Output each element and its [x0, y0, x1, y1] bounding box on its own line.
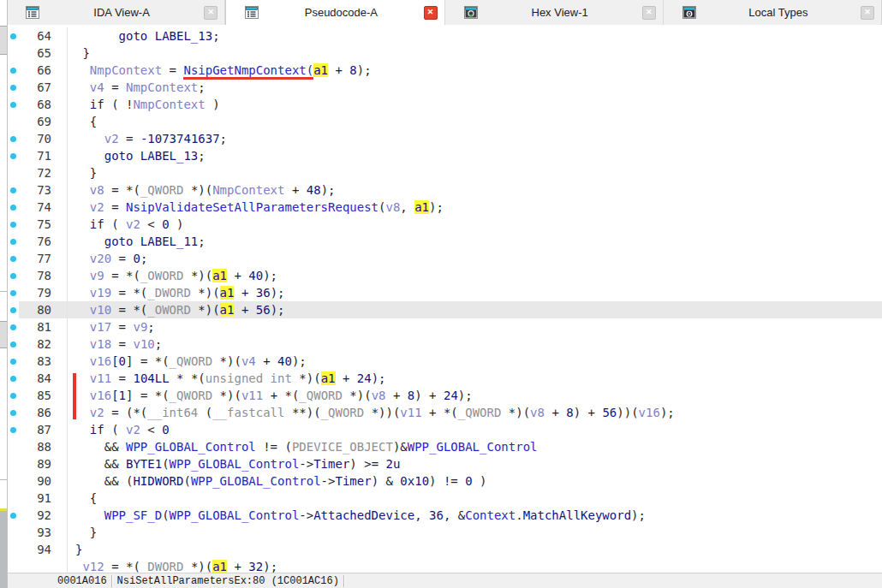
gutter-separator	[51, 507, 68, 524]
address-dot-icon	[10, 410, 16, 416]
address-dot-icon	[10, 324, 16, 330]
code-text[interactable]: if ( !NmpContext )	[68, 96, 882, 113]
gutter-separator	[51, 113, 68, 130]
address-dot-gutter	[7, 490, 19, 507]
code-text[interactable]: v2 = -1073741637;	[68, 130, 882, 147]
status-bar: 0001A016 NsiSetAllParametersEx:80 (1C001…	[0, 573, 882, 588]
code-text[interactable]: v18 = v10;	[68, 336, 882, 353]
address-dot-icon	[10, 136, 16, 142]
tab-hex-view-1[interactable]: Hex View-1✕	[445, 0, 664, 25]
code-text[interactable]: goto LABEL_13;	[68, 27, 882, 45]
address-dot-gutter	[7, 370, 19, 387]
line-number: 76	[19, 233, 51, 250]
status-address: 0001A016	[55, 575, 110, 587]
code-text[interactable]: v16[1] = *(_QWORD *)(v11 + *(_QWORD *)(v…	[68, 387, 882, 404]
code-text[interactable]: v11 = 104LL * *(unsigned int *)(a1 + 24)…	[68, 370, 882, 387]
gutter-separator	[51, 199, 68, 216]
selection-marker-bar	[73, 373, 76, 419]
code-text[interactable]: v8 = *(_QWORD *)(NmpContext + 48);	[68, 181, 882, 199]
code-text[interactable]: goto LABEL_11;	[68, 233, 882, 250]
close-icon[interactable]: ✕	[424, 6, 438, 20]
code-text[interactable]: v12 = *(_DWORD *)(a1 + 32);	[68, 558, 882, 573]
address-dot-gutter	[7, 216, 19, 233]
address-dot-gutter	[7, 558, 19, 573]
gutter-separator	[51, 62, 68, 79]
ida-window: IDA View-A✕Pseudocode-A✕Hex View-1✕Local…	[0, 0, 882, 588]
code-text[interactable]: {	[68, 490, 882, 507]
gutter-separator	[51, 267, 68, 284]
code-line: 70 v2 = -1073741637;	[7, 130, 882, 147]
gutter-separator	[51, 336, 68, 353]
line-number: 94	[19, 541, 51, 558]
code-line: 72 }	[7, 164, 882, 181]
code-text[interactable]: && (HIDWORD(WPP_GLOBAL_Control->Timer) &…	[68, 472, 882, 490]
line-number: 82	[19, 336, 51, 353]
line-number: 66	[19, 62, 51, 79]
line-number: 69	[19, 113, 51, 130]
status-separator	[343, 575, 345, 587]
code-line: 94}	[7, 541, 882, 558]
code-text[interactable]: }	[68, 541, 882, 558]
address-dot-gutter	[7, 250, 19, 267]
code-line: 66 NmpContext = NsipGetNmpContext(a1 + 8…	[7, 62, 882, 79]
window-info-icon	[682, 6, 696, 19]
search-highlight: a1	[212, 560, 227, 573]
address-dot-icon	[10, 102, 16, 108]
line-number: 65	[19, 45, 51, 62]
address-dot-icon	[10, 359, 16, 365]
gutter-separator	[51, 284, 68, 301]
close-icon[interactable]: ✕	[204, 6, 218, 20]
address-dot-gutter	[7, 284, 19, 301]
code-line: 68 if ( !NmpContext )	[7, 96, 882, 113]
line-number: 72	[19, 164, 51, 181]
address-dot-icon	[10, 205, 16, 211]
tab-ida-view-a[interactable]: IDA View-A✕	[7, 0, 225, 25]
code-text[interactable]: }	[68, 524, 882, 541]
gutter-separator	[51, 164, 68, 181]
code-text[interactable]: v9 = *(_OWORD *)(a1 + 40);	[68, 267, 882, 284]
line-number: 80	[19, 301, 51, 318]
close-icon[interactable]: ✕	[642, 6, 656, 20]
code-text[interactable]: v2 = NsipValidateSetAllParametersRequest…	[68, 199, 882, 216]
pseudocode-view[interactable]: 64 goto LABEL_13;65 }66 NmpContext = Nsi…	[7, 25, 882, 573]
code-line: 65 }	[7, 45, 882, 62]
code-line: 76 goto LABEL_11;	[7, 233, 882, 250]
code-text[interactable]: v20 = 0;	[68, 250, 882, 267]
line-number: 67	[19, 79, 51, 96]
address-dot-gutter	[7, 353, 19, 370]
code-line: 92 WPP_SF_D(WPP_GLOBAL_Control->Attached…	[7, 507, 882, 524]
code-text[interactable]: v10 = *(_OWORD *)(a1 + 56);	[68, 301, 882, 318]
address-dot-gutter	[7, 130, 19, 147]
gutter-separator	[51, 438, 68, 455]
address-dot-icon	[10, 222, 16, 228]
gutter-separator	[51, 472, 68, 490]
code-text[interactable]: && BYTE1(WPP_GLOBAL_Control->Timer) >= 2…	[68, 455, 882, 472]
code-text[interactable]: v2 = (*(__int64 (__fastcall **)(_QWORD *…	[68, 404, 882, 421]
code-line: 91 {	[7, 490, 882, 507]
line-number: 79	[19, 284, 51, 301]
code-text[interactable]: NmpContext = NsipGetNmpContext(a1 + 8);	[68, 62, 882, 79]
line-number: 70	[19, 130, 51, 147]
code-text[interactable]: v16[0] = *(_QWORD *)(v4 + 40);	[68, 353, 882, 370]
code-text[interactable]: goto LABEL_13;	[68, 147, 882, 164]
gutter-separator	[51, 387, 68, 404]
code-text[interactable]: if ( v2 < 0	[68, 421, 882, 438]
code-text[interactable]: v4 = NmpContext;	[68, 79, 882, 96]
nav-strip-segment	[0, 511, 7, 588]
code-line: 73 v8 = *(_QWORD *)(NmpContext + 48);	[7, 181, 882, 199]
code-text[interactable]: WPP_SF_D(WPP_GLOBAL_Control->AttachedDev…	[68, 507, 882, 524]
code-text[interactable]: if ( v2 < 0 )	[68, 216, 882, 233]
code-text[interactable]: v19 = *(_DWORD *)(a1 + 36);	[68, 284, 882, 301]
address-dot-icon	[10, 273, 16, 279]
close-icon[interactable]: ✕	[861, 6, 874, 20]
code-line: 88 && WPP_GLOBAL_Control != (PDEVICE_OBJ…	[7, 438, 882, 455]
tab-local-types[interactable]: Local Types✕	[664, 0, 882, 25]
code-text[interactable]: v17 = v9;	[68, 318, 882, 336]
code-text[interactable]: && WPP_GLOBAL_Control != (PDEVICE_OBJECT…	[68, 438, 882, 455]
tab-pseudocode-a[interactable]: Pseudocode-A✕	[225, 0, 444, 25]
gutter-separator	[51, 250, 68, 267]
gutter-separator	[51, 370, 68, 387]
code-text[interactable]: }	[68, 45, 882, 62]
code-text[interactable]: }	[68, 164, 882, 181]
code-text[interactable]: {	[68, 113, 882, 130]
